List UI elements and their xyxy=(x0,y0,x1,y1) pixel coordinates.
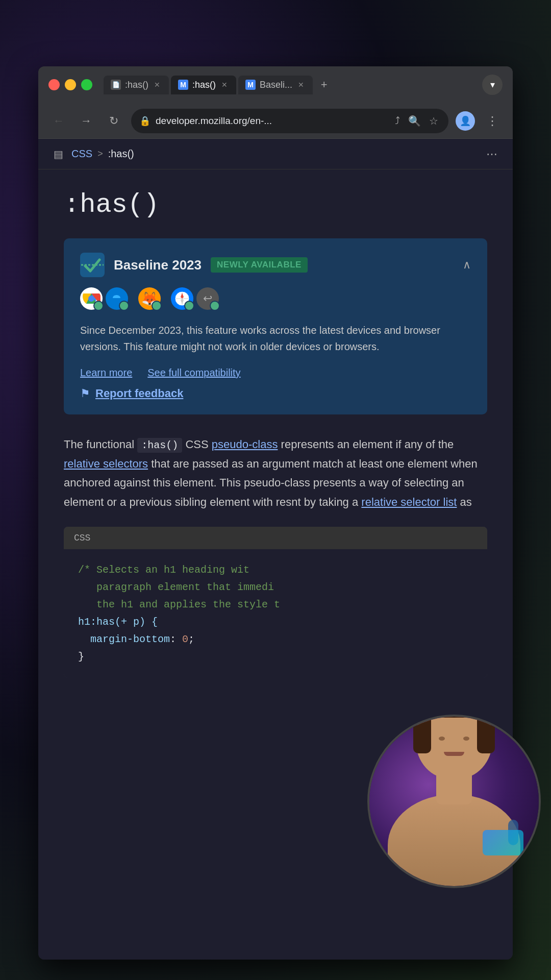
tab-1-label: :has() xyxy=(125,80,148,90)
code-comment-1: /* Selects an h1 heading wit xyxy=(78,564,249,576)
safari-icon-group: ↩ xyxy=(171,287,219,310)
code-semicolon: ; xyxy=(188,633,194,645)
safari-version-dot xyxy=(184,301,194,311)
url-bar[interactable]: 🔒 developer.mozilla.org/en-... ⤴ 🔍 ☆ xyxy=(131,109,448,133)
breadcrumb-css[interactable]: CSS xyxy=(71,148,92,160)
tabs-container: 📄 :has() ✕ M :has() ✕ M Baseli... ✕ + ▾ xyxy=(104,75,503,95)
baseline-check-icon xyxy=(80,253,105,277)
edge-icon xyxy=(106,287,128,310)
breadcrumb-current: :has() xyxy=(108,148,134,160)
browser-icons-row: 🦊 xyxy=(80,287,471,310)
minimize-window-button[interactable] xyxy=(65,79,76,90)
title-bar: 📄 :has() ✕ M :has() ✕ M Baseli... ✕ + ▾ xyxy=(38,66,513,103)
tab-1-favicon: 📄 xyxy=(111,80,121,90)
learn-more-link[interactable]: Learn more xyxy=(80,367,132,379)
lock-icon: 🔒 xyxy=(139,115,151,127)
code-selector: h1:has(+ p) { xyxy=(78,616,158,628)
tab-1-close[interactable]: ✕ xyxy=(153,80,162,89)
article-intro-text: The functional xyxy=(64,438,137,451)
tab-3-close[interactable]: ✕ xyxy=(296,80,306,89)
chrome-icon xyxy=(80,287,103,310)
code-colon: : xyxy=(170,633,176,645)
sidebar-toggle-button[interactable]: ▤ xyxy=(54,148,63,160)
profile-button[interactable]: 👤 xyxy=(456,111,475,131)
newly-available-badge: NEWLY AVAILABLE xyxy=(211,257,308,273)
article-represents-text: represents an element if any of the xyxy=(281,438,454,451)
baseline-label: Baseline 2023 xyxy=(114,257,202,273)
baseline-description: Since December 2023, this feature works … xyxy=(80,322,471,355)
tab-3-label: Baseli... xyxy=(260,80,292,90)
code-comment-3: the h1 and applies the style t xyxy=(78,599,280,610)
article-intro: The functional :has() CSS pseudo-class r… xyxy=(64,435,487,511)
baseline-box: Baseline 2023 NEWLY AVAILABLE ∧ xyxy=(64,238,487,414)
tab-2-label: :has() xyxy=(192,80,216,90)
address-bar: ← → ↻ 🔒 developer.mozilla.org/en-... ⤴ 🔍… xyxy=(38,103,513,139)
url-actions: ⤴ 🔍 ☆ xyxy=(393,113,440,129)
tabs-dropdown-button[interactable]: ▾ xyxy=(482,75,503,95)
search-icon[interactable]: 🔍 xyxy=(406,113,423,129)
chrome-version-dot xyxy=(93,301,104,311)
has-code-inline: :has() xyxy=(137,438,182,453)
firefox-icon-group: 🦊 xyxy=(138,287,161,310)
report-feedback-row: ⚑ Report feedback xyxy=(80,387,471,400)
tab-1[interactable]: 📄 :has() ✕ xyxy=(104,76,169,94)
pseudo-class-link[interactable]: pseudo-class xyxy=(212,438,278,451)
code-closing-brace: } xyxy=(78,651,84,663)
code-block: /* Selects an h1 heading wit paragraph e… xyxy=(64,549,487,678)
maximize-window-button[interactable] xyxy=(81,79,92,90)
relative-selector-list-link[interactable]: relative selector list xyxy=(361,496,457,508)
code-value: 0 xyxy=(176,633,188,645)
safari-tp-icon: ↩ xyxy=(196,287,219,310)
code-block-header: CSS xyxy=(64,527,487,549)
close-window-button[interactable] xyxy=(48,79,60,90)
code-property: margin-bottom xyxy=(78,633,170,645)
breadcrumb-separator: > xyxy=(97,149,103,159)
tab-3[interactable]: M Baseli... ✕ xyxy=(238,76,313,94)
bookmark-icon[interactable]: ☆ xyxy=(427,113,440,129)
report-feedback-link[interactable]: Report feedback xyxy=(95,387,183,400)
tab-2[interactable]: M :has() ✕ xyxy=(171,76,236,94)
article-css-text: CSS xyxy=(185,438,211,451)
safari-icon xyxy=(171,287,193,310)
chrome-icon-group xyxy=(80,287,128,310)
back-button[interactable]: ← xyxy=(48,111,69,131)
url-text: developer.mozilla.org/en-... xyxy=(156,115,388,127)
video-person xyxy=(369,717,539,886)
firefox-icon: 🦊 xyxy=(138,287,161,310)
share-icon[interactable]: ⤴ xyxy=(393,113,402,129)
page-title: :has() xyxy=(64,190,487,220)
breadcrumb-more-button[interactable]: ⋯ xyxy=(486,148,497,161)
baseline-header: Baseline 2023 NEWLY AVAILABLE ∧ xyxy=(80,253,471,277)
tab-2-close[interactable]: ✕ xyxy=(220,80,229,89)
refresh-button[interactable]: ↻ xyxy=(104,111,124,131)
code-comment-2: paragraph element that immedi xyxy=(78,581,274,593)
window-controls xyxy=(48,79,92,90)
edge-version-dot xyxy=(119,301,129,311)
baseline-title-row: Baseline 2023 NEWLY AVAILABLE xyxy=(80,253,308,277)
see-full-compatibility-link[interactable]: See full compatibility xyxy=(147,367,240,379)
relative-selectors-link[interactable]: relative selectors xyxy=(64,457,148,470)
more-options-button[interactable]: ⋮ xyxy=(482,112,503,130)
tab-2-favicon: M xyxy=(178,80,188,90)
report-icon: ⚑ xyxy=(80,387,90,400)
video-bubble xyxy=(367,715,541,888)
tab-3-favicon: M xyxy=(245,80,256,90)
firefox-version-dot xyxy=(152,301,162,311)
baseline-collapse-button[interactable]: ∧ xyxy=(463,258,471,272)
code-block-container: CSS /* Selects an h1 heading wit paragra… xyxy=(64,527,487,678)
breadcrumb-bar: ▤ CSS > :has() ⋯ xyxy=(38,139,513,169)
safari-tp-version-dot xyxy=(210,301,220,311)
svg-point-4 xyxy=(88,296,94,302)
forward-button[interactable]: → xyxy=(76,111,96,131)
new-tab-button[interactable]: + xyxy=(315,76,333,94)
baseline-links: Learn more See full compatibility xyxy=(80,367,471,379)
